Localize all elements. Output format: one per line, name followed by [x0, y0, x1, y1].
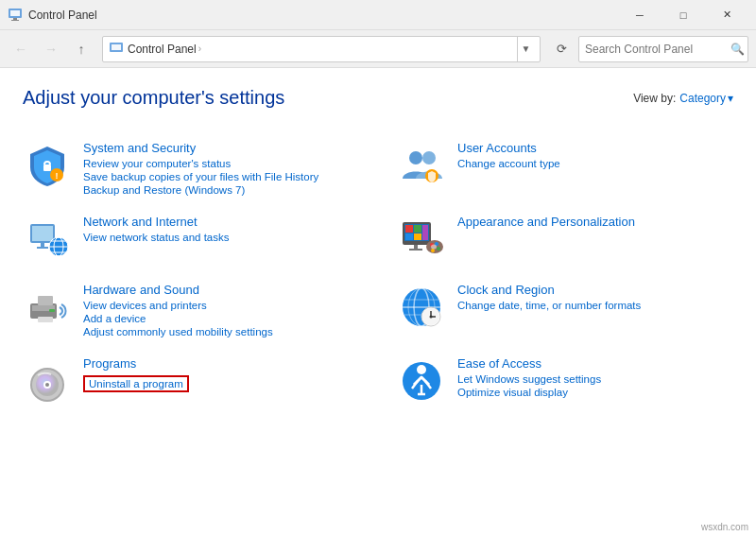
category-hardware-sound: Hardware and Sound View devices and prin…: [23, 273, 359, 347]
page-header: Adjust your computer's settings View by:…: [23, 87, 733, 109]
user-accounts-info: User Accounts Change account type: [457, 141, 733, 169]
system-security-link-2[interactable]: Save backup copies of your files with Fi…: [83, 171, 359, 182]
hardware-sound-info: Hardware and Sound View devices and prin…: [83, 283, 359, 337]
system-security-icon: !: [23, 141, 72, 190]
title-bar-icon: [8, 8, 23, 23]
address-part-control-panel: Control Panel: [128, 43, 197, 56]
svg-point-58: [417, 365, 426, 374]
category-appearance: Appearance and Personalization: [397, 205, 733, 273]
address-dropdown-button[interactable]: ▼: [517, 37, 534, 61]
category-user-accounts: User Accounts Change account type: [397, 131, 733, 205]
svg-point-35: [431, 245, 437, 250]
programs-link-uninstall[interactable]: Uninstall a program: [83, 375, 189, 392]
search-input[interactable]: [585, 43, 727, 56]
svg-rect-13: [32, 226, 53, 241]
title-bar: Control Panel ─ □ ✕: [0, 0, 756, 30]
programs-icon: [23, 356, 72, 406]
system-security-link-1[interactable]: Review your computer's status: [83, 158, 359, 169]
svg-rect-25: [405, 233, 413, 240]
svg-rect-24: [414, 225, 421, 233]
ease-of-access-info: Ease of Access Let Windows suggest setti…: [457, 356, 733, 398]
view-by: View by: Category ▾: [633, 92, 733, 105]
svg-rect-28: [414, 245, 418, 249]
clock-region-link-1[interactable]: Change date, time, or number formats: [457, 300, 733, 311]
svg-rect-38: [38, 296, 53, 305]
category-network-internet: Network and Internet View network status…: [23, 205, 359, 273]
svg-text:!: !: [56, 171, 59, 181]
hardware-sound-link-3[interactable]: Adjust commonly used mobility settings: [83, 326, 359, 337]
ease-of-access-link-1[interactable]: Let Windows suggest settings: [457, 373, 733, 385]
svg-rect-6: [43, 164, 51, 171]
svg-rect-29: [409, 249, 422, 251]
svg-rect-26: [414, 233, 421, 240]
system-security-link-3[interactable]: Backup and Restore (Windows 7): [83, 184, 359, 196]
svg-rect-15: [37, 247, 48, 249]
appearance-info: Appearance and Personalization: [457, 215, 733, 232]
hardware-sound-title[interactable]: Hardware and Sound: [83, 283, 359, 297]
ease-of-access-title[interactable]: Ease of Access: [457, 356, 733, 371]
user-accounts-link-1[interactable]: Change account type: [457, 158, 733, 169]
network-internet-link-1[interactable]: View network status and tasks: [83, 232, 359, 243]
system-security-title[interactable]: System and Security: [83, 141, 359, 155]
search-icon: 🔍: [730, 43, 745, 56]
svg-rect-5: [112, 44, 121, 50]
svg-rect-1: [10, 10, 20, 16]
appearance-title[interactable]: Appearance and Personalization: [457, 215, 733, 229]
svg-point-34: [431, 249, 435, 252]
ease-of-access-link-2[interactable]: Optimize visual display: [457, 387, 733, 398]
view-by-label: View by:: [633, 92, 676, 105]
svg-rect-27: [422, 225, 428, 240]
view-by-dropdown[interactable]: Category ▾: [679, 92, 733, 105]
hardware-sound-link-2[interactable]: Add a device: [83, 313, 359, 324]
category-ease-of-access: Ease of Access Let Windows suggest setti…: [397, 347, 733, 415]
svg-rect-14: [41, 243, 44, 247]
user-accounts-icon: [397, 141, 446, 190]
page-title: Adjust your computer's settings: [23, 87, 284, 109]
main-content: Adjust your computer's settings View by:…: [0, 68, 756, 536]
address-path: Control Panel ›: [128, 43, 517, 56]
user-accounts-title[interactable]: User Accounts: [457, 141, 733, 155]
network-internet-icon: [23, 215, 72, 264]
view-by-chevron: ▾: [728, 92, 733, 105]
svg-rect-23: [405, 225, 413, 233]
address-bar[interactable]: Control Panel › ▼: [102, 36, 541, 62]
network-internet-title[interactable]: Network and Internet: [83, 215, 359, 229]
address-bar-icon: [109, 42, 124, 57]
clock-region-title[interactable]: Clock and Region: [457, 283, 733, 297]
clock-region-info: Clock and Region Change date, time, or n…: [457, 283, 733, 311]
network-internet-info: Network and Internet View network status…: [83, 215, 359, 243]
close-button[interactable]: ✕: [705, 0, 748, 30]
hardware-sound-link-1[interactable]: View devices and printers: [83, 300, 359, 311]
category-programs: Programs Uninstall a program: [23, 347, 359, 415]
svg-rect-2: [13, 18, 17, 20]
title-bar-title: Control Panel: [28, 9, 618, 22]
search-box: 🔍: [578, 36, 748, 62]
svg-rect-39: [38, 317, 53, 322]
svg-rect-3: [11, 20, 19, 21]
minimize-button[interactable]: ─: [618, 0, 662, 30]
category-system-security: ! System and Security Review your comput…: [23, 131, 359, 205]
programs-info: Programs Uninstall a program: [83, 356, 359, 392]
hardware-sound-icon: [23, 283, 72, 332]
forward-button[interactable]: →: [38, 36, 64, 62]
programs-title[interactable]: Programs: [83, 356, 359, 371]
svg-point-33: [437, 247, 440, 251]
nav-bar: ← → ↑ Control Panel › ▼ ⟳ 🔍: [0, 30, 756, 68]
address-chevron: ›: [198, 43, 201, 54]
svg-rect-40: [49, 309, 55, 312]
maximize-button[interactable]: □: [662, 0, 705, 30]
title-bar-controls: ─ □ ✕: [618, 0, 748, 30]
svg-point-9: [409, 151, 422, 164]
system-security-info: System and Security Review your computer…: [83, 141, 359, 196]
watermark: wsxdn.com: [701, 522, 748, 532]
svg-point-56: [45, 383, 49, 387]
ease-of-access-icon: [397, 356, 446, 406]
clock-region-icon: [397, 283, 446, 332]
svg-point-10: [422, 151, 436, 164]
appearance-icon: [397, 215, 446, 264]
refresh-button[interactable]: ⟳: [548, 36, 575, 62]
up-button[interactable]: ↑: [68, 36, 94, 62]
svg-point-51: [430, 316, 433, 319]
categories-grid: ! System and Security Review your comput…: [23, 131, 733, 415]
back-button[interactable]: ←: [8, 36, 34, 62]
